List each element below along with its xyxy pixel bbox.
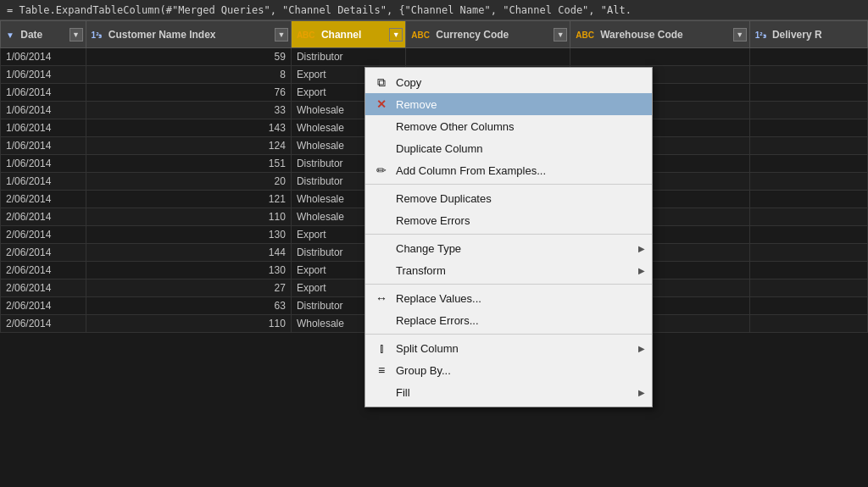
menu-label-remove-other-columns: Remove Other Columns (396, 120, 642, 133)
menu-label-replace-errors: Replace Errors... (396, 314, 642, 327)
cell-delivery (749, 137, 867, 155)
cell-date: 1/06/2014 (1, 66, 86, 84)
cell-date: 1/06/2014 (1, 173, 86, 191)
menu-item-remove-other-columns[interactable]: Remove Other Columns (365, 115, 652, 137)
customer-type-icon: 1²₃ (92, 30, 103, 40)
cell-customer: 27 (86, 279, 291, 297)
cell-delivery (749, 119, 867, 137)
col-currency-code[interactable]: ABC Currency Code ▼ (406, 21, 570, 48)
menu-label-remove-duplicates: Remove Duplicates (396, 192, 642, 205)
menu-icon-add-column-examples: ✏ (372, 163, 391, 177)
cell-delivery (749, 48, 867, 66)
cell-delivery (749, 244, 867, 262)
menu-item-duplicate-column[interactable]: Duplicate Column (365, 137, 652, 159)
cell-customer: 63 (86, 297, 291, 315)
cell-date: 2/06/2014 (1, 244, 86, 262)
warehouse-type-icon: ABC (576, 30, 594, 40)
cell-customer: 144 (86, 244, 291, 262)
menu-label-copy: Copy (396, 76, 642, 89)
col-date[interactable]: ▼ Date ▼ (1, 21, 86, 48)
menu-separator (365, 234, 652, 235)
channel-dropdown-btn[interactable]: ▼ (389, 28, 403, 42)
cell-delivery (749, 279, 867, 297)
cell-customer: 110 (86, 315, 291, 333)
col-customer-name-index[interactable]: 1²₃ Customer Name Index ▼ (86, 21, 291, 48)
cell-delivery (749, 173, 867, 191)
date-dropdown-btn[interactable]: ▼ (70, 28, 83, 42)
menu-icon-replace-values: ↔ (372, 291, 391, 305)
cell-delivery (749, 102, 867, 119)
menu-label-split-column: Split Column (396, 342, 642, 355)
date-icon: ▼ (6, 30, 14, 40)
cell-date: 2/06/2014 (1, 262, 86, 279)
cell-date: 2/06/2014 (1, 315, 86, 333)
cell-customer: 124 (86, 137, 291, 155)
cell-date: 1/06/2014 (1, 119, 86, 137)
cell-customer: 151 (86, 155, 291, 173)
menu-item-fill[interactable]: Fill▶ (365, 381, 652, 403)
cell-date: 2/06/2014 (1, 208, 86, 226)
cell-delivery (749, 208, 867, 226)
cell-customer: 76 (86, 84, 291, 102)
menu-label-replace-values: Replace Values... (396, 292, 642, 305)
menu-label-add-column-examples: Add Column From Examples... (396, 164, 642, 177)
menu-item-remove-duplicates[interactable]: Remove Duplicates (365, 187, 652, 209)
menu-item-add-column-examples[interactable]: ✏Add Column From Examples... (365, 159, 652, 181)
submenu-arrow-change-type: ▶ (638, 244, 645, 253)
delivery-type-icon: 1²₃ (755, 30, 766, 40)
cell-date: 1/06/2014 (1, 155, 86, 173)
menu-item-transform[interactable]: Transform▶ (365, 259, 652, 281)
cell-delivery (749, 66, 867, 84)
col-channel[interactable]: ABC Channel ▼ (291, 21, 405, 48)
cell-delivery (749, 226, 867, 244)
menu-label-change-type: Change Type (396, 242, 642, 255)
cell-channel: Distributor (291, 48, 405, 66)
cell-customer: 121 (86, 191, 291, 208)
formula-bar: = Table.ExpandTableColumn(#"Merged Queri… (0, 0, 868, 20)
menu-item-remove[interactable]: ✕Remove (365, 93, 652, 115)
menu-item-split-column[interactable]: ⫿Split Column▶ (365, 337, 652, 359)
cell-customer: 33 (86, 102, 291, 119)
menu-separator (365, 184, 652, 185)
cell-currency (406, 48, 570, 66)
menu-item-replace-values[interactable]: ↔Replace Values... (365, 287, 652, 309)
menu-label-fill: Fill (396, 386, 642, 399)
cell-customer: 110 (86, 208, 291, 226)
menu-separator (365, 284, 652, 285)
menu-item-replace-errors[interactable]: Replace Errors... (365, 309, 652, 331)
cell-delivery (749, 155, 867, 173)
submenu-arrow-fill: ▶ (638, 388, 645, 397)
col-delivery-r[interactable]: 1²₃ Delivery R (749, 21, 867, 48)
cell-warehouse (570, 48, 749, 66)
channel-type-icon: ABC (297, 30, 315, 40)
cell-delivery (749, 315, 867, 333)
cell-date: 2/06/2014 (1, 191, 86, 208)
cell-date: 1/06/2014 (1, 48, 86, 66)
table-header: ▼ Date ▼ 1²₃ Customer Name Index ▼ ABC C… (1, 21, 868, 48)
cell-customer: 143 (86, 119, 291, 137)
menu-item-copy[interactable]: ⧉Copy (365, 71, 652, 93)
table-container: ▼ Date ▼ 1²₃ Customer Name Index ▼ ABC C… (0, 20, 868, 487)
col-warehouse-code[interactable]: ABC Warehouse Code ▼ (570, 21, 749, 48)
menu-item-change-type[interactable]: Change Type▶ (365, 237, 652, 259)
cell-delivery (749, 262, 867, 279)
menu-label-duplicate-column: Duplicate Column (396, 142, 642, 155)
menu-item-group-by[interactable]: ≡Group By... (365, 359, 652, 381)
menu-item-remove-errors[interactable]: Remove Errors (365, 209, 652, 231)
menu-label-transform: Transform (396, 264, 642, 277)
cell-delivery (749, 191, 867, 208)
cell-customer: 8 (86, 66, 291, 84)
customer-dropdown-btn[interactable]: ▼ (275, 28, 288, 42)
menu-icon-group-by: ≡ (372, 363, 391, 377)
menu-label-group-by: Group By... (396, 364, 642, 377)
formula-text: = Table.ExpandTableColumn(#"Merged Queri… (7, 4, 632, 16)
cell-delivery (749, 84, 867, 102)
cell-date: 1/06/2014 (1, 102, 86, 119)
warehouse-dropdown-btn[interactable]: ▼ (733, 28, 747, 42)
cell-date: 2/06/2014 (1, 279, 86, 297)
cell-date: 1/06/2014 (1, 84, 86, 102)
menu-label-remove-errors: Remove Errors (396, 214, 642, 227)
submenu-arrow-transform: ▶ (638, 266, 645, 275)
menu-icon-split-column: ⫿ (372, 341, 391, 355)
currency-dropdown-btn[interactable]: ▼ (554, 28, 567, 42)
